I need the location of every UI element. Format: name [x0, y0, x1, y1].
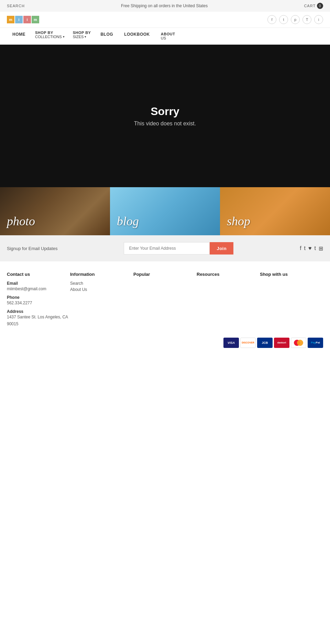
shop-label: shop	[227, 214, 250, 228]
chevron-down-icon2: ▾	[85, 35, 86, 38]
nav-about-sub: US	[161, 36, 175, 40]
nav-collections-sub: COLLECTIONS ▾	[35, 35, 65, 39]
info-heading: Information	[70, 272, 133, 277]
footer-instagram-icon[interactable]: ⊞	[319, 245, 323, 252]
signup-label: Signup for Email Updates	[7, 246, 57, 251]
nav-sizes-sub: SIZES ▾	[73, 35, 91, 39]
footer-social-icons: f t ♥ t ⊞	[300, 245, 323, 252]
sorry-subtitle: This video does not exist.	[134, 121, 196, 127]
email-label: Email	[7, 281, 70, 286]
nav-shop-collections-label: SHOP BY	[35, 31, 65, 35]
twitter-icon[interactable]: t	[279, 15, 288, 24]
resources-heading: Resources	[197, 272, 260, 277]
contact-heading: Contact us	[7, 272, 70, 277]
signup-form: Join	[124, 242, 233, 255]
facebook-icon[interactable]: f	[267, 15, 276, 24]
search-link[interactable]: SEARCH	[7, 4, 25, 8]
footer-popular: Popular	[133, 272, 197, 327]
header-social-icons: f t p T i	[267, 15, 323, 24]
nav-shop-collections[interactable]: SHOP BY COLLECTIONS ▾	[31, 28, 69, 42]
nav-about[interactable]: ABOUT US	[155, 28, 181, 44]
instagram-icon[interactable]: i	[314, 15, 323, 24]
footer-resources: Resources	[197, 272, 260, 327]
footer-facebook-icon[interactable]: f	[300, 245, 301, 252]
footer: Contact us Email miimbest@gmail.com Phon…	[0, 261, 330, 334]
email-signup-section: Signup for Email Updates Join f t ♥ t ⊞	[0, 235, 330, 261]
join-button[interactable]: Join	[210, 242, 233, 255]
pinterest-icon[interactable]: p	[291, 15, 300, 24]
nav-shop-sizes[interactable]: SHOP BY SIZES ▾	[69, 28, 95, 42]
tumblr-icon[interactable]: T	[302, 15, 311, 24]
blog-cell[interactable]: blog	[110, 187, 220, 235]
footer-pinterest-icon[interactable]: ♥	[308, 245, 312, 252]
nav-shop-sizes-label: SHOP BY	[73, 31, 91, 35]
mastercard-icon	[291, 338, 306, 348]
photo-label: photo	[7, 214, 35, 228]
nav-wrapper: m i i m f t p T i	[0, 12, 330, 28]
top-bar: SEARCH Free Shipping on all orders in th…	[0, 0, 330, 12]
search-link-footer[interactable]: Search	[70, 281, 133, 286]
footer-shop-with-us: Shop with us	[260, 272, 323, 327]
shipping-notice: Free Shipping on all orders in the Unite…	[25, 3, 304, 8]
email-value: miimbest@gmail.com	[7, 286, 70, 292]
phone-label: Phone	[7, 295, 70, 300]
footer-tumblr-icon[interactable]: t	[315, 245, 316, 252]
address-value: 1437 Santee St. Los Angeles, CA 90015	[7, 314, 70, 327]
cart-count: 0	[317, 3, 323, 9]
logo-m: m	[7, 16, 14, 23]
nav-about-label: ABOUT	[161, 32, 175, 36]
payment-icons: VISA DISCOVER JCB dankort PayPal	[223, 338, 323, 348]
main-nav: HOME SHOP BY COLLECTIONS ▾ SHOP BY SIZES…	[0, 28, 330, 45]
logo-i1: i	[15, 16, 23, 23]
logo-i2: i	[23, 16, 31, 23]
image-grid: photo blog shop	[0, 187, 330, 235]
jcb-icon: JCB	[257, 338, 273, 348]
logo[interactable]: m i i m	[7, 16, 39, 23]
cart-link[interactable]: CART 0	[304, 3, 323, 9]
shop-with-us-heading: Shop with us	[260, 272, 323, 277]
footer-contact: Contact us Email miimbest@gmail.com Phon…	[7, 272, 70, 327]
popular-heading: Popular	[133, 272, 197, 277]
phone-value: 562.334.2277	[7, 300, 70, 306]
shop-cell[interactable]: shop	[220, 187, 330, 235]
logo-m2: m	[32, 16, 39, 23]
about-us-link[interactable]: About Us	[70, 287, 133, 292]
video-section: Sorry This video does not exist.	[0, 45, 330, 187]
visa-icon: VISA	[223, 338, 239, 348]
discover-icon: DISCOVER	[240, 338, 256, 348]
nav-lookbook[interactable]: LOOKBOOK	[119, 28, 155, 41]
chevron-down-icon: ▾	[63, 35, 65, 38]
email-input[interactable]	[124, 242, 210, 255]
footer-information: Information Search About Us	[70, 272, 133, 327]
dankort-icon: dankort	[274, 338, 289, 348]
svg-point-1	[297, 340, 303, 346]
footer-twitter-icon[interactable]: t	[304, 245, 306, 252]
nav-blog[interactable]: BLOG	[95, 28, 119, 41]
sorry-title: Sorry	[151, 105, 179, 118]
blog-label: blog	[117, 214, 139, 228]
paypal-icon: PayPal	[308, 338, 323, 348]
photo-cell[interactable]: photo	[0, 187, 110, 235]
nav-home[interactable]: HOME	[7, 28, 31, 41]
address-label: Address	[7, 309, 70, 314]
payment-section: VISA DISCOVER JCB dankort PayPal	[0, 334, 330, 358]
